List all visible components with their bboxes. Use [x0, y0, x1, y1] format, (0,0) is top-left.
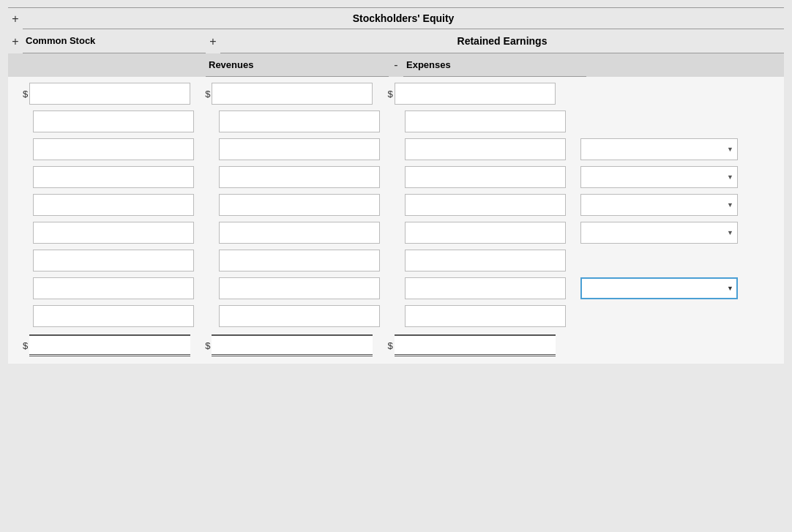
- select-wrapper-row6: [580, 222, 738, 244]
- stockholders-equity-title: Stockholders' Equity: [23, 8, 784, 29]
- table-row: [8, 163, 784, 191]
- input-row7-col2[interactable]: [219, 250, 380, 271]
- retained-earnings-header: Retained Earnings: [220, 29, 784, 53]
- input-row1-col2[interactable]: [212, 83, 373, 105]
- input-row1-col1[interactable]: [29, 83, 190, 105]
- dollar-sign-total1: $: [23, 340, 28, 351]
- data-rows-container: $ $ $: [8, 77, 784, 330]
- input-row4-col2[interactable]: [219, 166, 380, 188]
- totals-row: $ $ $: [8, 330, 784, 364]
- table-row: [8, 302, 784, 330]
- input-row4-col1[interactable]: [33, 166, 194, 188]
- table-wrapper: + Stockholders' Equity + Common Stock + …: [8, 0, 784, 364]
- dollar-sign-col3: $: [387, 89, 392, 100]
- select-row6[interactable]: [580, 222, 738, 244]
- input-row6-col2[interactable]: [219, 222, 380, 244]
- rightmost-spacer: [586, 53, 784, 77]
- input-row5-col2[interactable]: [219, 194, 380, 216]
- table-row: [8, 274, 784, 302]
- select-row4[interactable]: [580, 166, 738, 188]
- dollar-sign-total3: $: [387, 340, 392, 351]
- dollar-sign-col2: $: [205, 89, 210, 100]
- input-row3-col2[interactable]: [219, 138, 380, 160]
- common-stock-header: Common Stock: [23, 29, 206, 53]
- select-row3[interactable]: [580, 138, 738, 160]
- select-wrapper-row5: [580, 194, 738, 216]
- total-input-col1[interactable]: [29, 334, 190, 356]
- table-row: [8, 247, 784, 274]
- input-row2-col1[interactable]: [33, 110, 194, 132]
- input-row7-col3[interactable]: [405, 250, 566, 271]
- subheader-row: + Common Stock + Retained Earnings: [8, 29, 784, 53]
- select-row8-active[interactable]: [580, 277, 738, 299]
- table-row: $ $ $: [8, 77, 784, 108]
- input-row2-col3[interactable]: [405, 110, 566, 132]
- input-row6-col1[interactable]: [33, 222, 194, 244]
- select-row5[interactable]: [580, 194, 738, 216]
- select-wrapper-row4: [580, 166, 738, 188]
- dollar-sign-total2: $: [205, 340, 210, 351]
- input-row6-col3[interactable]: [405, 222, 566, 244]
- header-row: + Stockholders' Equity: [8, 7, 784, 29]
- plus-icon-common: +: [8, 29, 23, 53]
- spacer-common: [8, 53, 206, 77]
- input-row8-col2[interactable]: [219, 277, 380, 299]
- input-row8-col3[interactable]: [405, 277, 566, 299]
- select-wrapper-row3: [580, 138, 738, 160]
- table-row: [8, 219, 784, 247]
- input-row7-col1[interactable]: [33, 250, 194, 271]
- minus-sign: -: [389, 53, 403, 77]
- input-row5-col1[interactable]: [33, 194, 194, 216]
- table-row: [8, 135, 784, 163]
- total-input-col2[interactable]: [212, 334, 373, 356]
- input-row4-col3[interactable]: [405, 166, 566, 188]
- table-row: [8, 108, 784, 135]
- input-row9-col3[interactable]: [405, 305, 566, 327]
- outer-container: + Stockholders' Equity + Common Stock + …: [0, 0, 792, 532]
- total-input-col3[interactable]: [395, 334, 556, 356]
- expenses-label: Expenses: [403, 53, 586, 77]
- input-row5-col3[interactable]: [405, 194, 566, 216]
- subsubheader-row: Revenues - Expenses: [8, 53, 784, 77]
- plus-icon-retained: +: [206, 29, 220, 53]
- input-row3-col3[interactable]: [405, 138, 566, 160]
- input-row2-col2[interactable]: [219, 110, 380, 132]
- dollar-sign-col1: $: [23, 89, 28, 100]
- input-row3-col1[interactable]: [33, 138, 194, 160]
- input-row8-col1[interactable]: [33, 277, 194, 299]
- select-wrapper-row8: [580, 277, 738, 299]
- input-row1-col3[interactable]: [395, 83, 556, 105]
- input-row9-col2[interactable]: [219, 305, 380, 327]
- plus-icon-header: +: [8, 8, 23, 29]
- table-row: [8, 191, 784, 219]
- input-row9-col1[interactable]: [33, 305, 194, 327]
- revenues-label: Revenues: [206, 53, 389, 77]
